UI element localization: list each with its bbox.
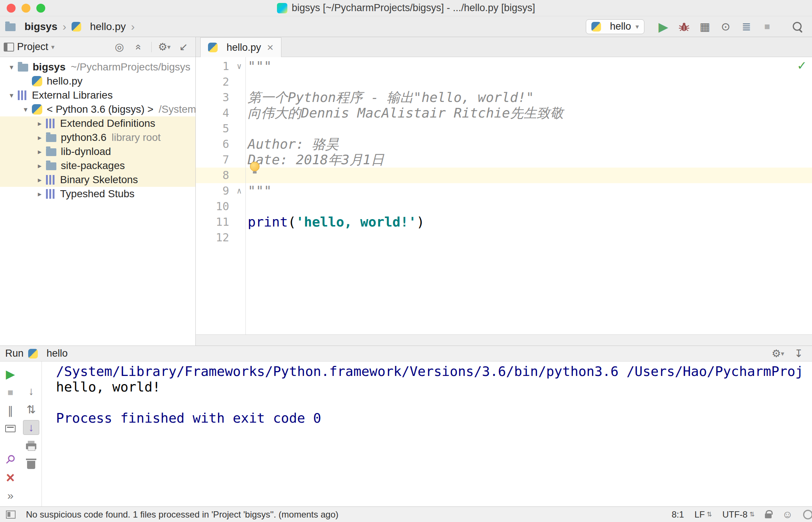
chevron-right-icon[interactable]: ▸ xyxy=(33,189,46,198)
line-number: 2 xyxy=(196,74,233,90)
trash-icon xyxy=(27,461,35,469)
divider xyxy=(151,42,152,52)
collapse-all-button[interactable]: « xyxy=(131,39,147,55)
run-panel-body: ▶ ■ ∥ ⚲ × » ↓ ⇅ ↓ /System/Library/Fr xyxy=(0,361,812,506)
search-everywhere-button[interactable] xyxy=(788,19,807,35)
inspection-status-icon[interactable]: ✓ xyxy=(797,59,807,73)
hide-panel-button[interactable]: ↙ xyxy=(175,39,192,55)
run-panel-title[interactable]: Run xyxy=(5,348,24,359)
window-title: bigsys [~/PycharmProjects/bigsys] - .../… xyxy=(0,2,812,14)
editor[interactable]: 1∨"""23第一个Python程序 - 输出"hello, world!"4向… xyxy=(196,57,812,334)
concurrency-diagram-button[interactable]: ≣ xyxy=(737,19,756,35)
tree-item-python3-6[interactable]: ▸python3.6library root xyxy=(0,130,195,145)
notification-icon[interactable] xyxy=(803,510,812,519)
code-segment: Date: 2018年3月1日 xyxy=(248,152,384,167)
tree-item-binary-skeletons[interactable]: ▸Binary Skeletons xyxy=(0,173,195,187)
close-run-tab-button[interactable]: × xyxy=(2,470,19,485)
tree-item-extended-definitions[interactable]: ▸Extended Definitions xyxy=(0,116,195,130)
run-button[interactable]: ▶ xyxy=(654,19,673,35)
code-segment: 第一个Python程序 - 输出"hello, world!" xyxy=(248,90,534,105)
tree-item-site-packages[interactable]: ▸site-packages xyxy=(0,159,195,173)
statusbar: No suspicious code found. 1 files proces… xyxy=(0,506,812,522)
code-text: """ xyxy=(245,183,812,199)
close-tab-icon[interactable]: × xyxy=(267,41,274,54)
debug-button[interactable] xyxy=(675,19,693,35)
code-text: 第一个Python程序 - 输出"hello, world!" xyxy=(245,90,812,105)
pause-output-button[interactable]: ∥ xyxy=(2,403,19,418)
breadcrumb-file[interactable]: hello.py xyxy=(90,21,126,33)
tree-item-hello-py[interactable]: hello.py xyxy=(0,74,195,88)
line-number: 8 xyxy=(196,168,233,183)
editor-line: 3第一个Python程序 - 输出"hello, world!" xyxy=(196,90,812,105)
chevron-right-icon[interactable]: ▸ xyxy=(33,119,46,128)
close-window-button[interactable] xyxy=(7,4,16,13)
intention-bulb-icon[interactable] xyxy=(250,162,260,171)
console-output[interactable]: /System/Library/Frameworks/Python.framew… xyxy=(42,361,812,506)
stop-process-button[interactable]: ■ xyxy=(2,385,19,400)
locate-file-button[interactable]: ◎ xyxy=(111,39,128,55)
status-message: No suspicious code found. 1 files proces… xyxy=(26,509,339,520)
run-configuration-select[interactable]: hello ▾ xyxy=(586,19,644,34)
tab-hello-py[interactable]: hello.py × xyxy=(200,37,281,57)
lib-icon xyxy=(46,175,56,185)
file-encoding-widget[interactable]: UTF-8⇅ xyxy=(722,509,755,520)
chevron-right-icon[interactable]: ▸ xyxy=(33,175,46,184)
stop-button[interactable]: ■ xyxy=(758,19,776,35)
caret-position[interactable]: 8:1 xyxy=(672,509,684,520)
tree-item-typeshed-stubs[interactable]: ▸Typeshed Stubs xyxy=(0,187,195,201)
run-toolbar-column-1: ▶ ■ ∥ ⚲ × » xyxy=(0,361,21,506)
chevron-right-icon[interactable]: ▸ xyxy=(33,147,46,156)
print-button[interactable] xyxy=(23,438,39,453)
code-segment: 向伟大的Dennis MacAlistair Ritchie先生致敬 xyxy=(248,105,564,120)
lib-icon xyxy=(46,119,56,128)
tree-item-external-libraries[interactable]: ▾External Libraries xyxy=(0,88,195,102)
printer-icon xyxy=(26,443,36,449)
coverage-button[interactable]: ▦ xyxy=(696,19,714,35)
profiler-button[interactable]: ⊙ xyxy=(716,19,735,35)
restore-layout-button[interactable]: ⇅ xyxy=(23,402,39,417)
tree-item-python-3-6-bigsys[interactable]: ▾< Python 3.6 (bigsys) >/System xyxy=(0,102,195,116)
titlebar: bigsys [~/PycharmProjects/bigsys] - .../… xyxy=(0,0,812,16)
chevron-right-icon[interactable]: ▸ xyxy=(33,133,46,142)
fold-marker-icon[interactable]: ∨ xyxy=(233,59,245,74)
down-stack-trace-button[interactable]: ↓ xyxy=(23,384,39,399)
code-segment: """ xyxy=(248,183,272,198)
pin-tab-button[interactable]: ⚲ xyxy=(0,448,22,470)
gear-icon: ⚙ xyxy=(772,347,781,360)
chevron-right-icon[interactable]: ▸ xyxy=(33,161,46,170)
editor-line: 2 xyxy=(196,74,812,90)
chevron-down-icon[interactable]: ▾ xyxy=(19,105,32,114)
run-settings-button[interactable]: ⚙▾ xyxy=(770,347,786,361)
tree-item-suffix: /System xyxy=(159,103,195,115)
editor-line: 4向伟大的Dennis MacAlistair Ritchie先生致敬 xyxy=(196,105,812,121)
editor-line: 10 xyxy=(196,199,812,214)
editor-line: 11print('hello, world!') xyxy=(196,214,812,230)
fold-gutter xyxy=(233,168,245,183)
show-console-button[interactable] xyxy=(2,421,19,436)
hide-run-panel-button[interactable]: ↧ xyxy=(790,347,807,361)
inspections-profile-icon[interactable]: ☺ xyxy=(782,509,793,521)
minimize-window-button[interactable] xyxy=(22,4,30,13)
tree-item-label: Binary Skeletons xyxy=(60,174,138,186)
lock-icon[interactable] xyxy=(765,513,772,518)
tree-item-label: Extended Definitions xyxy=(60,118,155,129)
panel-settings-button[interactable]: ⚙▾ xyxy=(156,39,172,55)
more-options-button[interactable]: » xyxy=(2,488,19,503)
tool-window-toggle-icon[interactable] xyxy=(6,511,16,519)
chevron-down-icon[interactable]: ▾ xyxy=(5,91,18,100)
rerun-button[interactable]: ▶ xyxy=(2,367,19,381)
editor-tabbar: hello.py × xyxy=(196,37,812,57)
chevron-down-icon[interactable]: ▾ xyxy=(5,63,18,72)
tree-item-bigsys[interactable]: ▾bigsys~/PycharmProjects/bigsys xyxy=(0,60,195,74)
file-encoding-value: UTF-8 xyxy=(722,509,747,520)
project-panel-title[interactable]: Project xyxy=(17,41,48,53)
scroll-to-end-button[interactable]: ↓ xyxy=(23,420,39,435)
fold-marker-icon[interactable]: ∧ xyxy=(233,183,245,199)
breadcrumb-project[interactable]: bigsys xyxy=(24,21,57,33)
fold-gutter xyxy=(233,90,245,105)
tree-item-lib-dynload[interactable]: ▸lib-dynload xyxy=(0,145,195,159)
zoom-window-button[interactable] xyxy=(36,4,45,13)
line-separator-widget[interactable]: LF⇅ xyxy=(694,509,712,520)
clear-console-button[interactable] xyxy=(23,456,39,471)
fold-gutter xyxy=(233,230,245,245)
